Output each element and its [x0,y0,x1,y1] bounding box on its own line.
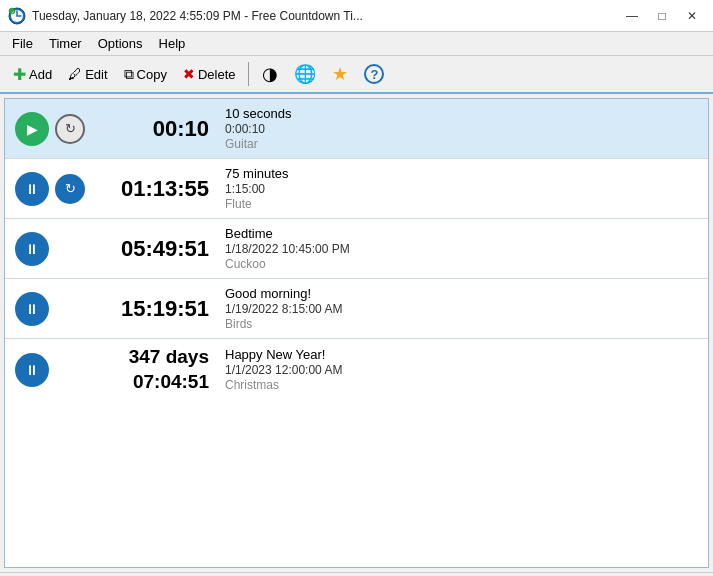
toolbar: ✚ Add 🖊 Edit ⧉ Copy ✖ Delete ◑ 🌐 ★ ? [0,56,713,94]
add-label: Add [29,67,52,82]
timer-3-name: Bedtime [225,226,698,241]
pause-icon: ⏸ [25,181,39,197]
timer-3-target: 1/18/2022 10:45:00 PM [225,242,698,256]
timer-2-sound: Flute [225,197,698,211]
menu-timer[interactable]: Timer [41,34,90,53]
minimize-button[interactable]: — [619,6,645,26]
timer-row-5[interactable]: ⏸ 347 days 07:04:51 Happy New Year! 1/1/… [5,339,708,400]
pause-icon: ⏸ [25,301,39,317]
timer-3-controls: ⏸ [15,232,95,266]
menu-file[interactable]: File [4,34,41,53]
timer-4-pause-button[interactable]: ⏸ [15,292,49,326]
timer-1-display: 00:10 [95,116,225,142]
app-icon: ✓ [8,7,26,25]
help-icon: ? [364,64,384,84]
timer-5-controls: ⏸ [15,353,95,387]
title-bar: ✓ Tuesday, January 18, 2022 4:55:09 PM -… [0,0,713,32]
contrast-icon: ◑ [262,63,278,85]
timer-row-4[interactable]: ⏸ 15:19:51 Good morning! 1/19/2022 8:15:… [5,279,708,339]
timer-3-display: 05:49:51 [95,236,225,262]
timer-1-play-button[interactable]: ▶ [15,112,49,146]
timer-2-controls: ⏸ ↻ [15,172,95,206]
timer-5-pause-button[interactable]: ⏸ [15,353,49,387]
edit-button[interactable]: 🖊 Edit [61,63,114,85]
timer-5-display: 347 days 07:04:51 [95,345,225,394]
timer-4-name: Good morning! [225,286,698,301]
window-title: Tuesday, January 18, 2022 4:55:09 PM - F… [32,9,363,23]
delete-icon: ✖ [183,66,195,82]
timer-2-target: 1:15:00 [225,182,698,196]
close-button[interactable]: ✕ [679,6,705,26]
repeat-icon: ↻ [65,181,76,196]
timer-4-sound: Birds [225,317,698,331]
timer-4-controls: ⏸ [15,292,95,326]
timer-1-sound: Guitar [225,137,698,151]
timer-5-display-line2: 07:04:51 [95,370,209,395]
repeat-icon: ↻ [65,121,76,136]
timer-row-2[interactable]: ⏸ ↻ 01:13:55 75 minutes 1:15:00 Flute [5,159,708,219]
timer-4-display: 15:19:51 [95,296,225,322]
pause-icon: ⏸ [25,241,39,257]
svg-text:✓: ✓ [11,9,14,14]
timer-2-repeat-button[interactable]: ↻ [55,174,85,204]
timer-2-name: 75 minutes [225,166,698,181]
add-icon: ✚ [13,65,26,84]
timer-2-info: 75 minutes 1:15:00 Flute [225,166,698,211]
footer-bar [0,572,713,576]
timer-5-name: Happy New Year! [225,347,698,362]
timer-1-info: 10 seconds 0:00:10 Guitar [225,106,698,151]
title-bar-controls: — □ ✕ [619,6,705,26]
timer-row-1[interactable]: ▶ ↻ 00:10 10 seconds 0:00:10 Guitar [5,99,708,159]
timer-3-pause-button[interactable]: ⏸ [15,232,49,266]
timer-3-sound: Cuckoo [225,257,698,271]
timer-row-3[interactable]: ⏸ 05:49:51 Bedtime 1/18/2022 10:45:00 PM… [5,219,708,279]
delete-button[interactable]: ✖ Delete [176,63,243,85]
copy-button[interactable]: ⧉ Copy [117,63,174,86]
pause-icon: ⏸ [25,362,39,378]
star-button[interactable]: ★ [325,60,355,88]
menu-help[interactable]: Help [151,34,194,53]
timer-1-controls: ▶ ↻ [15,112,95,146]
timer-4-target: 1/19/2022 8:15:00 AM [225,302,698,316]
timer-1-target: 0:00:10 [225,122,698,136]
timer-3-info: Bedtime 1/18/2022 10:45:00 PM Cuckoo [225,226,698,271]
edit-icon: 🖊 [68,66,82,82]
menu-bar: File Timer Options Help [0,32,713,56]
add-button[interactable]: ✚ Add [6,62,59,87]
timer-1-name: 10 seconds [225,106,698,121]
play-icon: ▶ [27,121,38,137]
globe-icon: 🌐 [294,63,316,85]
edit-label: Edit [85,67,107,82]
help-button[interactable]: ? [357,61,391,87]
timer-list: ▶ ↻ 00:10 10 seconds 0:00:10 Guitar ⏸ ↻ … [4,98,709,568]
timer-2-display: 01:13:55 [95,176,225,202]
title-bar-left: ✓ Tuesday, January 18, 2022 4:55:09 PM -… [8,7,363,25]
maximize-button[interactable]: □ [649,6,675,26]
timer-1-repeat-button[interactable]: ↻ [55,114,85,144]
menu-options[interactable]: Options [90,34,151,53]
contrast-button[interactable]: ◑ [255,60,285,88]
timer-5-display-line1: 347 days [95,345,209,370]
star-icon: ★ [332,63,348,85]
globe-button[interactable]: 🌐 [287,60,323,88]
toolbar-separator [248,62,249,86]
timer-2-pause-button[interactable]: ⏸ [15,172,49,206]
copy-icon: ⧉ [124,66,134,83]
timer-4-info: Good morning! 1/19/2022 8:15:00 AM Birds [225,286,698,331]
delete-label: Delete [198,67,236,82]
timer-5-sound: Christmas [225,378,698,392]
timer-5-info: Happy New Year! 1/1/2023 12:00:00 AM Chr… [225,347,698,392]
copy-label: Copy [137,67,167,82]
timer-5-target: 1/1/2023 12:00:00 AM [225,363,698,377]
